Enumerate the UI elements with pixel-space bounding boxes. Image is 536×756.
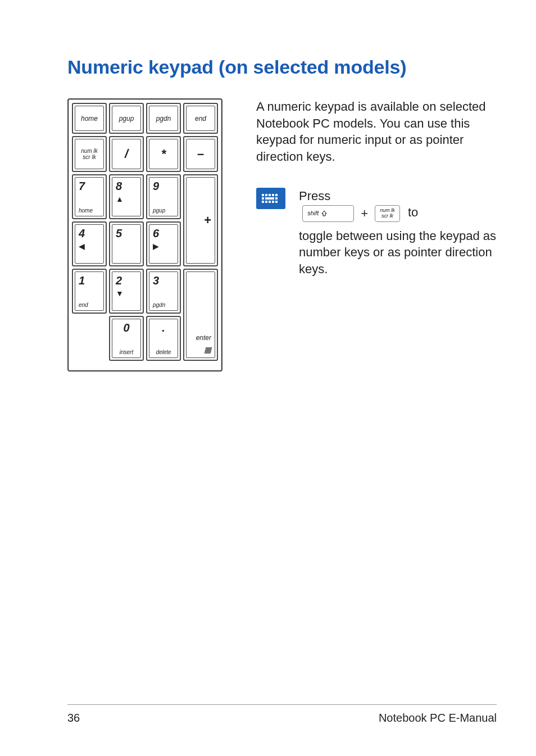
key-0: 0 insert xyxy=(109,316,144,361)
footer-label: Notebook PC E-Manual xyxy=(379,712,497,725)
key-8-arrow-up-icon: ▲ xyxy=(116,194,124,203)
svg-rect-0 xyxy=(262,194,264,196)
key-dot-sub: delete xyxy=(149,349,178,355)
key-end: end xyxy=(183,103,218,134)
key-plus-label: + xyxy=(204,213,211,228)
key-numlk: num lk scr lk xyxy=(72,136,107,172)
svg-rect-4 xyxy=(275,194,278,196)
intro-text: A numeric keypad is available on selecte… xyxy=(256,98,497,165)
right-column: A numeric keypad is available on selecte… xyxy=(256,98,497,278)
keypad-outer: home pgup pgdn end num lk scr lk / * – xyxy=(67,98,222,372)
svg-rect-6 xyxy=(265,197,274,200)
key-numlk-label: num lk scr lk xyxy=(75,148,103,160)
key-6-num: 6 xyxy=(153,227,159,240)
key-7-num: 7 xyxy=(79,180,85,193)
svg-rect-11 xyxy=(272,201,274,203)
key-slash: / xyxy=(109,136,144,172)
key-3-sub: pgdn xyxy=(153,302,165,308)
key-pgdn: pgdn xyxy=(146,103,181,134)
tip-row: Press shift + num lk scr lk to xyxy=(256,188,497,278)
key-4-arrow-left-icon: ◀ xyxy=(79,242,85,251)
svg-rect-5 xyxy=(262,197,264,200)
key-plus: + xyxy=(183,174,218,266)
key-8-num: 8 xyxy=(116,180,122,193)
key-7: 7 home xyxy=(72,174,107,219)
key-enter-label: enter xyxy=(196,334,211,342)
svg-rect-8 xyxy=(262,201,264,203)
key-4-num: 4 xyxy=(79,227,85,240)
key-6: 6 ▶ xyxy=(146,221,181,266)
content-row: home pgup pgdn end num lk scr lk / * – xyxy=(67,98,497,372)
key-3-num: 3 xyxy=(153,274,159,287)
key-home-label: home xyxy=(75,115,103,123)
tip-text: Press shift + num lk scr lk to xyxy=(299,188,497,278)
key-8: 8 ▲ xyxy=(109,174,144,219)
key-9-num: 9 xyxy=(153,180,159,193)
key-pgup: pgup xyxy=(109,103,144,134)
plus-separator: + xyxy=(361,205,368,222)
calc-icon: ▦ xyxy=(204,345,211,354)
page-footer: 36 Notebook PC E-Manual xyxy=(67,704,497,725)
svg-rect-3 xyxy=(272,194,274,196)
key-2-arrow-down-icon: ▼ xyxy=(116,289,124,298)
key-slash-label: / xyxy=(112,147,140,161)
key-dot: . delete xyxy=(146,316,181,361)
key-6-arrow-right-icon: ▶ xyxy=(153,242,159,251)
key-minus-label: – xyxy=(187,147,215,161)
key-9: 9 pgup xyxy=(146,174,181,219)
to-word: to xyxy=(408,205,418,219)
key-home: home xyxy=(72,103,107,134)
svg-rect-1 xyxy=(265,194,267,196)
key-minus: – xyxy=(183,136,218,172)
key-enter: enter ▦ xyxy=(183,269,218,361)
key-pgup-label: pgup xyxy=(112,115,140,123)
page-title: Numeric keypad (on selected models) xyxy=(67,56,497,78)
press-word: Press xyxy=(299,189,330,203)
key-5: 5 xyxy=(109,221,144,266)
key-1: 1 end xyxy=(72,269,107,314)
keypad-figure: home pgup pgdn end num lk scr lk / * – xyxy=(67,98,222,372)
svg-rect-12 xyxy=(275,201,278,203)
manual-page: Numeric keypad (on selected models) home… xyxy=(0,0,536,756)
key-7-sub: home xyxy=(79,207,93,214)
svg-rect-9 xyxy=(265,201,267,203)
tip-rest: toggle between using the keypad as numbe… xyxy=(299,229,496,276)
svg-rect-2 xyxy=(269,194,271,196)
svg-rect-7 xyxy=(275,197,278,200)
key-4: 4 ◀ xyxy=(72,221,107,266)
key-3: 3 pgdn xyxy=(146,269,181,314)
key-0-num: 0 xyxy=(112,322,140,334)
key-pgdn-label: pgdn xyxy=(149,115,178,123)
key-star: * xyxy=(146,136,181,172)
keyboard-tip-icon xyxy=(256,188,285,209)
shift-keycap: shift xyxy=(302,205,354,222)
numlk-keycap: num lk scr lk xyxy=(375,205,400,222)
key-1-sub: end xyxy=(79,302,88,308)
page-number: 36 xyxy=(67,712,80,725)
key-dot-sym: . xyxy=(149,322,178,334)
key-5-num: 5 xyxy=(116,227,122,240)
key-2: 2 ▼ xyxy=(109,269,144,314)
key-0-sub: insert xyxy=(112,349,140,355)
svg-rect-10 xyxy=(269,201,271,203)
key-end-label: end xyxy=(187,115,215,123)
key-9-sub: pgup xyxy=(153,207,165,214)
key-2-num: 2 xyxy=(116,274,122,287)
key-star-label: * xyxy=(149,147,178,161)
key-1-num: 1 xyxy=(79,274,85,287)
